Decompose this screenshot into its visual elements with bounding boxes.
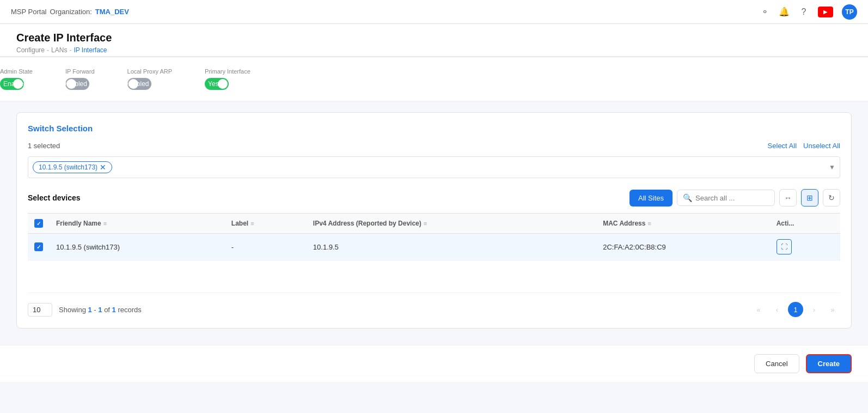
select-devices-section: Select devices All Sites 🔍 ↔ ⊞ ↻	[28, 189, 840, 317]
devices-table: Friendly Name ≡ Label ≡	[28, 213, 840, 293]
col-mac: MAC Address ≡	[596, 214, 770, 234]
selected-tag[interactable]: 10.1.9.5 (switch173) ✕	[33, 161, 112, 173]
table-row: 10.1.9.5 (switch173) - 10.1.9.5 2C:FA:A2…	[28, 234, 840, 260]
primary-interface-toggle[interactable]: Yes	[205, 78, 229, 90]
col-friendly-name: Friendly Name ≡	[50, 214, 225, 234]
all-sites-button[interactable]: All Sites	[629, 190, 673, 206]
breadcrumb: Configure - LANs - IP Interface	[16, 46, 852, 54]
pagination-row: 10 25 50 Showing 1 - 1 of 1 records « ‹ …	[28, 302, 840, 317]
page-1-button[interactable]: 1	[788, 302, 803, 317]
col-checkbox	[28, 214, 50, 234]
per-page-wrapper: 10 25 50	[28, 303, 52, 317]
bell-icon[interactable]: 🔔	[779, 7, 790, 17]
expand-icon-button[interactable]: ↔	[779, 189, 797, 206]
col-label: Label ≡	[225, 214, 307, 234]
row-checkbox[interactable]	[34, 242, 43, 251]
tag-remove-icon[interactable]: ✕	[100, 163, 106, 172]
breadcrumb-lans[interactable]: LANs	[51, 46, 67, 54]
row-action-cell: ⛶	[770, 234, 840, 260]
primary-interface-label: Primary Interface	[205, 68, 250, 75]
row-ipv4: 10.1.9.5	[307, 234, 596, 260]
top-nav: MSP Portal Organization: TMA_DEV ⚬ 🔔 ? T…	[0, 0, 868, 24]
pagination-controls: « ‹ 1 › »	[751, 302, 840, 317]
help-icon[interactable]: ?	[798, 7, 809, 17]
refresh-icon-button[interactable]: ↻	[823, 189, 840, 206]
nav-actions: ⚬ 🔔 ? TP	[759, 4, 857, 20]
devices-header: Select devices All Sites 🔍 ↔ ⊞ ↻	[28, 189, 840, 206]
selected-count: 1 selected	[28, 142, 60, 150]
devices-controls: All Sites 🔍 ↔ ⊞ ↻	[629, 189, 840, 206]
row-label: -	[225, 234, 307, 260]
filter-icon[interactable]: ≡	[103, 220, 107, 227]
page-title: Create IP Interface	[16, 32, 852, 44]
devices-title: Select devices	[28, 193, 81, 202]
local-proxy-label: Local Proxy ARP	[127, 68, 173, 75]
col-actions: Acti...	[770, 214, 840, 234]
nav-brand: MSP Portal Organization: TMA_DEV	[11, 8, 129, 16]
search-icon[interactable]: ⚬	[759, 7, 770, 17]
filter-icon[interactable]: ≡	[424, 220, 427, 227]
create-button[interactable]: Create	[806, 354, 852, 373]
footer-actions: Cancel Create	[0, 345, 868, 382]
selection-header: 1 selected Select All Unselect All	[28, 142, 840, 150]
toggle-knob	[218, 79, 228, 89]
toggle-row: Admin State Enabled IP Forward Disabled …	[0, 57, 868, 101]
main-content: Switch Selection 1 selected Select All U…	[0, 112, 868, 345]
toggle-primary-interface: Primary Interface Yes	[205, 68, 250, 90]
youtube-icon[interactable]	[818, 7, 833, 17]
search-box: 🔍	[677, 190, 775, 206]
breadcrumb-ip-interface: IP Interface	[74, 46, 107, 54]
breadcrumb-sep1: -	[47, 46, 49, 54]
per-page-select[interactable]: 10 25 50	[28, 303, 52, 317]
cancel-button[interactable]: Cancel	[754, 354, 799, 373]
switch-selection-section: Switch Selection 1 selected Select All U…	[16, 112, 852, 329]
row-friendly-name: 10.1.9.5 (switch173)	[50, 234, 225, 260]
first-page-button[interactable]: «	[751, 302, 766, 317]
row-mac: 2C:FA:A2:0C:B8:C9	[596, 234, 770, 260]
toggle-admin-state: Admin State Enabled	[0, 68, 33, 90]
local-proxy-toggle[interactable]: Disabled	[127, 78, 151, 90]
next-page-button[interactable]: ›	[806, 302, 822, 317]
col-ipv4: IPv4 Address (Reported by Device) ≡	[307, 214, 596, 234]
search-input[interactable]	[695, 194, 766, 202]
search-icon: 🔍	[683, 193, 692, 202]
header-checkbox[interactable]	[34, 219, 43, 228]
switch-selection-title: Switch Selection	[28, 124, 840, 133]
action-expand-button[interactable]: ⛶	[777, 239, 792, 254]
dropdown-arrow-icon: ▼	[829, 163, 835, 171]
unselect-all-link[interactable]: Unselect All	[803, 142, 840, 150]
org-label: Organization:	[50, 8, 92, 16]
admin-state-toggle[interactable]: Enabled	[0, 78, 24, 90]
columns-icon-button[interactable]: ⊞	[801, 189, 818, 206]
last-page-button[interactable]: »	[825, 302, 840, 317]
row-checkbox-cell	[28, 234, 50, 260]
msp-label: MSP Portal	[11, 8, 47, 16]
breadcrumb-sep2: -	[69, 46, 71, 54]
empty-row	[28, 260, 840, 293]
prev-page-button[interactable]: ‹	[769, 302, 785, 317]
ip-forward-label: IP Forward	[65, 68, 95, 75]
tag-label: 10.1.9.5 (switch173)	[39, 163, 97, 171]
filter-icon[interactable]: ≡	[250, 220, 254, 227]
toggle-ip-forward: IP Forward Disabled	[65, 68, 95, 90]
table-header-row: Friendly Name ≡ Label ≡	[28, 214, 840, 234]
selected-tags-container: 10.1.9.5 (switch173) ✕ ▼	[28, 156, 840, 178]
pagination-left: 10 25 50 Showing 1 - 1 of 1 records	[28, 303, 142, 317]
toggle-local-proxy: Local Proxy ARP Disabled	[127, 68, 173, 90]
filter-icon[interactable]: ≡	[647, 220, 651, 227]
org-name: TMA_DEV	[95, 8, 129, 16]
select-links: Select All Unselect All	[768, 142, 840, 150]
select-all-link[interactable]: Select All	[768, 142, 797, 150]
ip-forward-toggle[interactable]: Disabled	[65, 78, 89, 90]
breadcrumb-configure[interactable]: Configure	[16, 46, 45, 54]
showing-text: Showing 1 - 1 of 1 records	[59, 306, 142, 314]
page-header: Create IP Interface Configure - LANs - I…	[0, 24, 868, 57]
avatar[interactable]: TP	[842, 4, 857, 20]
admin-state-label: Admin State	[0, 68, 33, 75]
